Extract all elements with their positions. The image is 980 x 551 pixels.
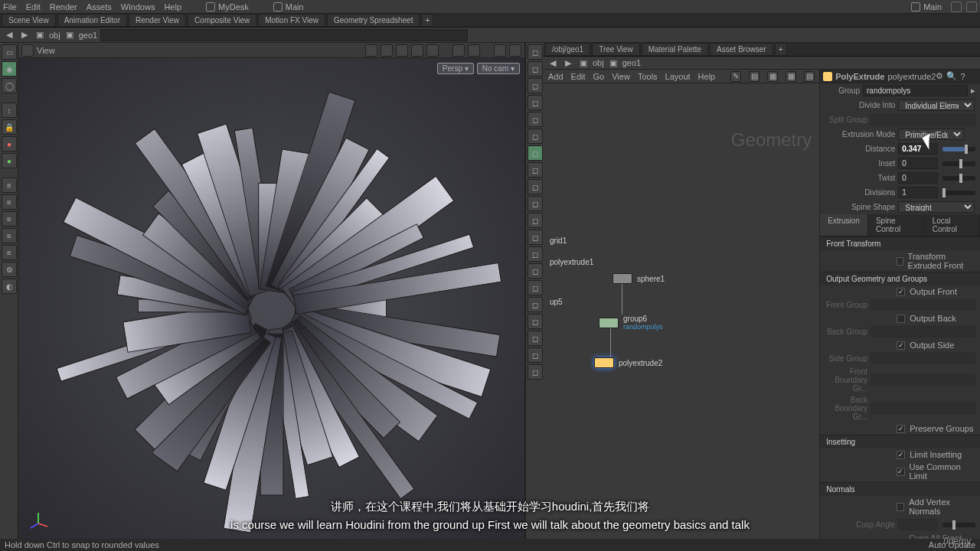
subtab-spine-control[interactable]: Spine Control	[868, 214, 925, 236]
net-back-icon[interactable]: ◀	[547, 57, 559, 69]
tool-select-icon[interactable]: ▭	[2, 44, 17, 60]
disp-opt8-icon[interactable]: ◻	[528, 162, 543, 178]
extrusion-mode-select[interactable]: Primitive/Edge N...	[898, 129, 964, 140]
check-use-common-limit[interactable]: Use Common Limit	[820, 461, 980, 482]
tab-animation-editor[interactable]: Animation Editor	[57, 14, 127, 27]
tab-composite-view[interactable]: Composite View	[188, 14, 256, 27]
tab-scene-view[interactable]: Scene View	[2, 14, 56, 27]
main-selector[interactable]: Main	[273, 2, 304, 11]
group-input[interactable]	[863, 85, 968, 96]
disp-opt18-icon[interactable]: ◻	[528, 331, 543, 346]
net-menu-add[interactable]: Add	[548, 72, 564, 81]
menu-render[interactable]: Render	[50, 2, 77, 11]
twist-input[interactable]	[898, 172, 938, 184]
node-sphere1[interactable]: sphere1	[612, 273, 665, 284]
disp-opt7-icon[interactable]: ◻	[528, 145, 543, 161]
net-tool1-icon[interactable]: ✎	[730, 71, 741, 82]
node-group5[interactable]: up5	[550, 298, 563, 306]
tab-motionfx-view[interactable]: Motion FX View	[258, 14, 325, 27]
disp-opt5-icon[interactable]: ◻	[528, 112, 543, 127]
net-tool4-icon[interactable]: ▦	[786, 71, 796, 82]
tool-green-icon[interactable]: ●	[2, 153, 17, 168]
check-limit-insetting[interactable]: Limit Insetting	[820, 448, 980, 461]
disp-opt16-icon[interactable]: ◻	[528, 297, 543, 312]
net-menu-help[interactable]: Help	[698, 72, 716, 81]
spine-shape-select[interactable]: Straight	[898, 201, 975, 213]
disp-opt1-icon[interactable]: ◻	[528, 44, 543, 60]
nav-obj-icon[interactable]: ▣	[34, 29, 46, 41]
viewport-render-icon[interactable]	[468, 44, 480, 57]
tool-add2-icon[interactable]: ≡	[2, 194, 17, 210]
tool-red-icon[interactable]: ●	[2, 136, 17, 152]
tool-gear-icon[interactable]: ⚙	[2, 262, 17, 277]
disp-opt20-icon[interactable]: ◻	[528, 364, 543, 380]
net-tool5-icon[interactable]: ▤	[804, 71, 815, 82]
tool-add3-icon[interactable]: ≡	[2, 211, 17, 227]
distance-slider[interactable]	[942, 147, 975, 152]
network-canvas[interactable]: Geometry grid1 polyextrude1 up5 sphere1 …	[544, 83, 819, 539]
params-help-icon[interactable]: ?	[960, 72, 965, 81]
viewport-opt3-icon[interactable]	[396, 44, 408, 57]
disp-opt6-icon[interactable]: ◻	[528, 129, 543, 144]
divisions-input[interactable]	[898, 187, 938, 198]
group-menu-icon[interactable]: ▸	[971, 86, 975, 96]
net-fwd-icon[interactable]: ▶	[562, 57, 574, 69]
disp-opt17-icon[interactable]: ◻	[528, 314, 543, 329]
tool-brush-icon[interactable]: ◉	[2, 61, 17, 77]
node-polyextrude2[interactable]: polyextrude2	[594, 357, 662, 368]
check-transform-extruded-front[interactable]: Transform Extruded Front	[820, 250, 980, 272]
nav-fwd-icon[interactable]: ▶	[18, 29, 31, 41]
disp-opt11-icon[interactable]: ◻	[528, 213, 543, 228]
divisions-slider[interactable]	[942, 191, 975, 195]
viewport-menu-icon[interactable]	[21, 44, 34, 57]
tool-add4-icon[interactable]: ≡	[2, 228, 17, 243]
tool-lasso-icon[interactable]: ◯	[2, 78, 17, 93]
disp-opt13-icon[interactable]: ◻	[528, 246, 543, 262]
nav-geo-icon[interactable]: ▣	[64, 29, 76, 41]
net-menu-edit[interactable]: Edit	[571, 72, 586, 81]
tab-render-view[interactable]: Render View	[129, 14, 186, 27]
path-obj[interactable]: obj	[49, 31, 60, 40]
path-input[interactable]	[100, 29, 468, 41]
tab-geometry-spreadsheet[interactable]: Geometry Spreadsheet	[327, 14, 420, 27]
menu-windows[interactable]: Windows	[121, 2, 155, 11]
viewport-3d[interactable]: Persp ▾ No cam ▾	[18, 58, 524, 539]
node-name-label[interactable]: polyextrude2	[887, 72, 936, 81]
network-editor[interactable]: Add Edit Go View Tools Layout Help ✎ ▤ ▦…	[544, 70, 819, 539]
disp-opt10-icon[interactable]: ◻	[528, 196, 543, 211]
viewport-info-icon[interactable]	[509, 44, 521, 57]
divide-into-select[interactable]: Individual Elements	[898, 99, 975, 111]
tool-move-icon[interactable]: ↕	[2, 103, 17, 118]
net-path-obj[interactable]: obj	[593, 58, 604, 67]
params-gear-icon[interactable]: ⚙	[936, 71, 943, 81]
tool-sphere-icon[interactable]: ◐	[2, 279, 17, 294]
tab-material-palette[interactable]: Material Palette	[642, 43, 708, 56]
net-menu-tools[interactable]: Tools	[638, 72, 658, 81]
disp-opt9-icon[interactable]: ◻	[528, 179, 543, 194]
net-path-geo[interactable]: geo1	[622, 58, 641, 67]
viewport-disp-icon[interactable]	[494, 44, 506, 57]
check-output-front[interactable]: Output Front	[820, 285, 980, 298]
path-geo[interactable]: geo1	[79, 31, 97, 40]
viewport-opt4-icon[interactable]	[411, 44, 423, 57]
tool-add5-icon[interactable]: ≡	[2, 245, 17, 260]
menu-help[interactable]: Help	[164, 2, 181, 11]
nav-back-icon[interactable]: ◀	[3, 29, 15, 41]
viewport-opt1-icon[interactable]	[365, 44, 377, 57]
help-icon[interactable]	[951, 2, 962, 12]
disp-opt19-icon[interactable]: ◻	[528, 347, 543, 363]
tab-obj-geo1[interactable]: /obj/geo1	[545, 43, 590, 56]
inset-slider[interactable]	[942, 161, 975, 166]
tab-add[interactable]: +	[421, 14, 433, 27]
net-menu-layout[interactable]: Layout	[665, 72, 691, 81]
check-preserve-groups[interactable]: Preserve Groups	[820, 422, 980, 435]
desktop-selector[interactable]: MyDesk	[206, 2, 249, 11]
net-tool2-icon[interactable]: ▤	[749, 71, 760, 82]
subtab-extrusion[interactable]: Extrusion	[820, 214, 868, 236]
settings-icon[interactable]	[966, 2, 977, 12]
node-grid1[interactable]: grid1	[550, 236, 567, 245]
disp-opt15-icon[interactable]: ◻	[528, 280, 543, 295]
tab-network-add[interactable]: +	[775, 43, 787, 56]
net-obj-icon[interactable]: ▣	[577, 57, 590, 69]
disp-opt3-icon[interactable]: ◻	[528, 78, 543, 93]
